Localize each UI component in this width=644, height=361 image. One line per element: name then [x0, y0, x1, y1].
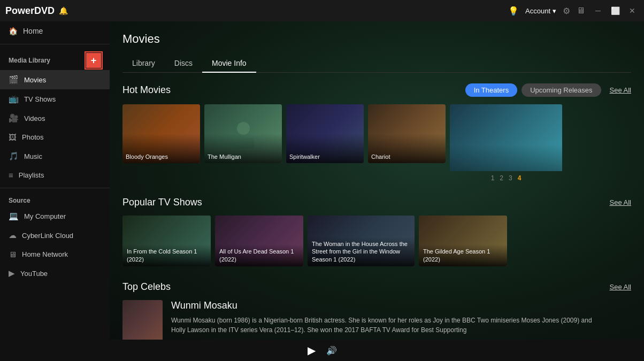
maximize-button[interactable]: ⬜: [609, 4, 622, 17]
notification-icon[interactable]: 🔔: [59, 6, 68, 15]
sidebar: 🏠 Home Media Library + 🎬 Movies 📺 TV Sho…: [0, 21, 110, 340]
photos-icon: 🖼: [9, 133, 17, 142]
cloud-icon: ☁: [9, 231, 17, 240]
celeb-info: Wunmi Mosaku Wunmi Mosaku (born 1986) is…: [171, 300, 595, 335]
minimize-button[interactable]: ─: [592, 4, 604, 17]
page-dot-4[interactable]: 4: [518, 174, 522, 182]
videos-label: Videos: [24, 114, 45, 122]
account-button[interactable]: Account ▾: [525, 7, 556, 15]
tv-shows-see-all[interactable]: See All: [610, 198, 631, 206]
hot-movies-cards-row: Bloody Oranges The Mulligan: [122, 104, 631, 182]
photos-label: Photos: [22, 133, 43, 141]
movie-card-chariot[interactable]: Chariot: [368, 104, 446, 182]
tv-shows-title: Popular TV Shows: [122, 197, 202, 208]
tv-title-cold: In From the Cold Season 1 (2022): [127, 248, 206, 263]
sidebar-item-photos[interactable]: 🖼 Photos: [0, 128, 110, 147]
tab-library[interactable]: Library: [122, 55, 165, 73]
top-celebs-section: Top Celebs See All Wunmi Mosaku Wunmi Mo…: [122, 281, 631, 340]
hot-movies-section: Hot Movies In Theaters Upcoming Releases…: [122, 83, 631, 182]
sidebar-item-music[interactable]: 🎵 Music: [0, 147, 110, 166]
my-computer-label: My Computer: [24, 212, 66, 220]
featured-movie-card[interactable]: 1 2 3 4: [450, 104, 562, 182]
sidebar-item-home-network[interactable]: 🖥 Home Network: [0, 245, 110, 264]
hot-movies-filters: In Theaters Upcoming Releases: [465, 83, 601, 97]
music-label: Music: [24, 152, 42, 160]
sidebar-item-home[interactable]: 🏠 Home: [0, 21, 110, 41]
volume-button[interactable]: 🔊: [326, 345, 337, 356]
youtube-icon: ▶: [9, 268, 15, 278]
featured-movie-thumb: [450, 104, 562, 171]
tv-title-dead: All of Us Are Dead Season 1 (2022): [219, 248, 299, 263]
playlists-label: Playlists: [19, 171, 44, 179]
sidebar-divider-2: [0, 188, 110, 188]
tv-title-window: The Woman in the House Across the Street…: [312, 240, 410, 263]
hot-movies-title: Hot Movies: [122, 85, 171, 96]
top-celebs-title: Top Celebs: [122, 281, 171, 293]
sidebar-item-my-computer[interactable]: 💻 My Computer: [0, 206, 110, 226]
gear-icon[interactable]: ⚙: [563, 6, 570, 16]
sidebar-item-youtube[interactable]: ▶ YouTube: [0, 264, 110, 283]
cyberlink-cloud-label: CyberLink Cloud: [22, 232, 73, 240]
sidebar-item-playlists[interactable]: ≡ Playlists: [0, 166, 110, 185]
hot-movies-see-all[interactable]: See All: [610, 86, 631, 94]
movie-card-bloody-oranges[interactable]: Bloody Oranges: [122, 104, 200, 182]
lightbulb-icon[interactable]: 💡: [508, 6, 519, 16]
tv-icon: 📺: [9, 94, 19, 104]
page-title: Movies: [122, 32, 631, 46]
page-dot-1[interactable]: 1: [491, 174, 495, 182]
videos-icon: 🎥: [9, 113, 19, 123]
playlists-icon: ≡: [9, 171, 13, 180]
tv-label: TV Shows: [24, 95, 56, 103]
tv-card-window[interactable]: The Woman in the House Across the Street…: [308, 216, 415, 266]
celebs-see-all[interactable]: See All: [610, 283, 631, 291]
sidebar-item-cyberlink-cloud[interactable]: ☁ CyberLink Cloud: [0, 226, 110, 245]
titlebar-right: 💡 Account ▾ ⚙ 🖥 ─ ⬜ ✕: [508, 4, 639, 17]
tab-movie-info[interactable]: Movie Info: [202, 55, 256, 73]
tv-shows-header: Popular TV Shows See All: [122, 197, 631, 208]
home-icon: 🏠: [9, 27, 18, 35]
tab-discs[interactable]: Discs: [165, 55, 202, 73]
celeb-description: Wunmi Mosaku (born 1986) is a Nigerian-b…: [171, 316, 595, 335]
filter-in-theaters-button[interactable]: In Theaters: [465, 83, 518, 97]
media-library-title: Media Library: [9, 57, 50, 64]
filter-upcoming-button[interactable]: Upcoming Releases: [522, 83, 601, 97]
svg-point-0: [237, 122, 250, 135]
movie-thumb-bloody-oranges: Bloody Oranges: [122, 104, 200, 163]
monitor-icon[interactable]: 🖥: [577, 6, 585, 16]
sidebar-item-videos[interactable]: 🎥 Videos: [0, 109, 110, 128]
add-media-button[interactable]: +: [86, 53, 101, 68]
computer-icon: 💻: [9, 211, 19, 221]
main-content: Movies Library Discs Movie Info Hot Movi…: [110, 21, 644, 340]
bottom-bar: ▶ 🔊: [0, 340, 644, 361]
top-celebs-header: Top Celebs See All: [122, 281, 631, 293]
tv-title-gilded: The Gilded Age Season 1 (2022): [423, 248, 503, 263]
source-section-title: Source: [0, 191, 110, 206]
movie-thumb-the-mulligan: The Mulligan: [204, 104, 282, 163]
movie-card-spiritwalker[interactable]: Spiritwalker: [286, 104, 364, 182]
titlebar: PowerDVD 🔔 💡 Account ▾ ⚙ 🖥 ─ ⬜ ✕: [0, 0, 644, 21]
window-controls: ─ ⬜ ✕: [592, 4, 639, 17]
celeb-name: Wunmi Mosaku: [171, 300, 595, 311]
youtube-label: YouTube: [20, 270, 48, 278]
tv-card-dead[interactable]: All of Us Are Dead Season 1 (2022): [215, 216, 303, 266]
sidebar-item-tv-shows[interactable]: 📺 TV Shows: [0, 89, 110, 109]
movies-label: Movies: [24, 76, 46, 84]
tv-card-gilded[interactable]: The Gilded Age Season 1 (2022): [419, 216, 507, 266]
sidebar-item-movies[interactable]: 🎬 Movies: [0, 70, 110, 89]
movies-icon: 🎬: [9, 75, 19, 85]
movie-thumb-chariot: Chariot: [368, 104, 446, 163]
sidebar-divider-1: [0, 44, 110, 44]
home-label: Home: [23, 27, 43, 35]
pagination-dots: 1 2 3 4: [450, 174, 562, 182]
media-library-section: Media Library +: [0, 48, 110, 70]
tv-card-cold[interactable]: In From the Cold Season 1 (2022): [122, 216, 211, 266]
home-network-icon: 🖥: [9, 250, 17, 259]
celeb-photo[interactable]: [122, 300, 163, 340]
app-title: PowerDVD: [5, 5, 55, 17]
page-dot-3[interactable]: 3: [509, 174, 512, 182]
page-dot-2[interactable]: 2: [500, 174, 503, 182]
titlebar-left: PowerDVD 🔔: [5, 5, 68, 17]
play-button[interactable]: ▶: [308, 344, 316, 357]
close-button[interactable]: ✕: [626, 4, 639, 17]
movie-card-the-mulligan[interactable]: The Mulligan: [204, 104, 282, 182]
